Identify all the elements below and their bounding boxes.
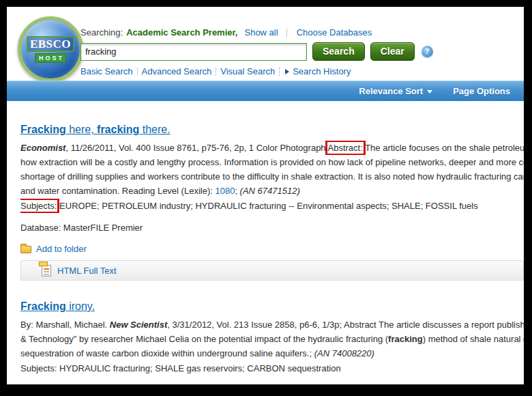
text-segment: (AN 74008220)	[314, 348, 374, 358]
text-segment: there.	[139, 124, 170, 135]
page-options-button[interactable]: Page Options	[453, 86, 510, 96]
citation-line: & Technology" by researcher Michael Celi…	[20, 332, 524, 346]
logo-host-text: HOST	[35, 53, 66, 63]
citation-block: By: Marshall, Michael. New Scientist, 3/…	[20, 317, 524, 360]
search-mode-nav: Basic Search Advanced Search Visual Sear…	[80, 66, 433, 76]
html-tag-icon	[39, 261, 48, 266]
text-segment: & Technology" by researcher Michael Celi…	[20, 334, 388, 344]
annotated-label: Abstract:	[328, 143, 363, 153]
folder-icon	[20, 246, 31, 253]
relevance-sort-dropdown[interactable]: Relevance Sort	[359, 86, 432, 96]
annotated-label: Subjects:	[20, 201, 57, 211]
add-to-folder-label: Add to folder	[36, 244, 87, 254]
text-segment: , 11/26/2011, Vol. 400 Issue 8761, p75-7…	[65, 143, 327, 153]
results-toolbar: Relevance Sort Page Options	[7, 81, 524, 101]
text-segment: Subjects: HYDRAULIC fracturing; SHALE ga…	[20, 363, 341, 373]
searching-row: Searching: Academic Search Premier, Show…	[80, 27, 433, 38]
add-to-folder-button[interactable]: Add to folder	[20, 244, 524, 254]
choose-databases-link[interactable]: Choose Databases	[297, 27, 372, 38]
divider	[137, 68, 138, 76]
arrow-right-icon	[285, 69, 289, 74]
divider	[279, 68, 280, 76]
text-segment: fracking	[388, 334, 423, 344]
search-input[interactable]	[80, 43, 307, 61]
basic-search-link[interactable]: Basic Search	[80, 66, 133, 76]
text-segment: sequestration of waste carbon dioxide wi…	[20, 348, 314, 358]
search-button[interactable]: Search	[312, 42, 365, 61]
relevance-sort-label: Relevance Sort	[359, 86, 423, 96]
search-history-link[interactable]: Search History	[293, 66, 351, 76]
divider	[216, 68, 216, 76]
chevron-down-icon	[427, 90, 432, 94]
divider	[286, 29, 287, 37]
text-segment: ;	[235, 186, 239, 196]
citation-line: sequestration of waste carbon dioxide wi…	[20, 346, 524, 360]
page-options-label: Page Options	[453, 86, 510, 96]
citation-line: how extraction will be a costly and leng…	[20, 155, 524, 169]
database-line: Database: MasterFILE Premier	[20, 223, 524, 233]
citation-line: and water contamination. Reading Level (…	[20, 184, 524, 198]
subjects-line: Subjects: EUROPE; PETROLEUM industry; HY…	[20, 199, 524, 213]
results-list: Fracking here, fracking there. Economist…	[7, 101, 524, 384]
html-full-text-link[interactable]: HTML Full Text	[57, 266, 117, 276]
clear-button[interactable]: Clear	[370, 42, 415, 61]
citation-line: shortage of drilling supplies and worker…	[20, 169, 524, 184]
result-item: Fracking irony. By: Marshall, Michael. N…	[20, 300, 524, 384]
text-segment: here,	[66, 124, 97, 135]
html-document-icon	[42, 265, 51, 277]
text-segment: Economist	[20, 143, 65, 153]
text-segment: shortage of drilling supplies and worker…	[20, 171, 524, 182]
text-segment: Fracking	[20, 300, 66, 312]
ebscohost-logo[interactable]: EBSCO HOST	[18, 16, 83, 82]
text-segment: irony.	[66, 300, 95, 312]
full-text-bar: HTML Full Text	[20, 260, 524, 281]
help-icon[interactable]: ?	[422, 46, 433, 57]
text-segment: Fracking	[20, 124, 66, 135]
text-segment: fracking	[97, 124, 139, 135]
text-segment: and water contamination. Reading Level (…	[20, 186, 215, 196]
header-main: Searching: Academic Search Premier, Show…	[80, 27, 433, 76]
text-segment: EUROPE; PETROLEUM industry; HYDRAULIC fr…	[57, 201, 477, 211]
citation-line: By: Marshall, Michael. New Scientist, 3/…	[20, 317, 524, 332]
text-segment: , 3/31/2012, Vol. 213 Issue 2858, p6-6, …	[167, 320, 524, 330]
result-title-link[interactable]: Fracking here, fracking there.	[20, 124, 524, 136]
text-segment: how extraction will be a costly and leng…	[20, 157, 524, 167]
show-all-link[interactable]: Show all	[244, 27, 278, 38]
visual-search-link[interactable]: Visual Search	[220, 66, 275, 76]
text-segment: New Scientist	[110, 320, 168, 330]
search-row: Search Clear ?	[80, 42, 433, 61]
citation-line: Economist, 11/26/2011, Vol. 400 Issue 87…	[20, 141, 524, 155]
database-scope-label: Academic Search Premier,	[126, 27, 237, 38]
subjects-line: Subjects: HYDRAULIC fracturing; SHALE ga…	[20, 361, 524, 376]
text-segment: The article focuses on the shale petrole…	[363, 143, 524, 153]
result-item: Fracking here, fracking there. Economist…	[20, 124, 524, 281]
logo-ebsco-text: EBSCO	[27, 36, 74, 52]
text-segment: ) method of shale natural gas pr	[423, 334, 524, 344]
advanced-search-link[interactable]: Advanced Search	[142, 66, 212, 76]
header: EBSCO HOST Searching: Academic Search Pr…	[7, 7, 524, 81]
searching-label: Searching:	[80, 27, 123, 38]
screenshot-frame: EBSCO HOST Searching: Academic Search Pr…	[0, 0, 532, 396]
text-segment: (AN 67471512)	[240, 186, 300, 196]
result-title-link[interactable]: Fracking irony.	[20, 300, 524, 313]
ebsco-search-page: EBSCO HOST Searching: Academic Search Pr…	[7, 7, 524, 384]
citation-block: Economist, 11/26/2011, Vol. 400 Issue 87…	[20, 141, 524, 198]
inline-link[interactable]: 1080	[215, 186, 235, 196]
text-segment: By: Marshall, Michael.	[20, 320, 110, 330]
